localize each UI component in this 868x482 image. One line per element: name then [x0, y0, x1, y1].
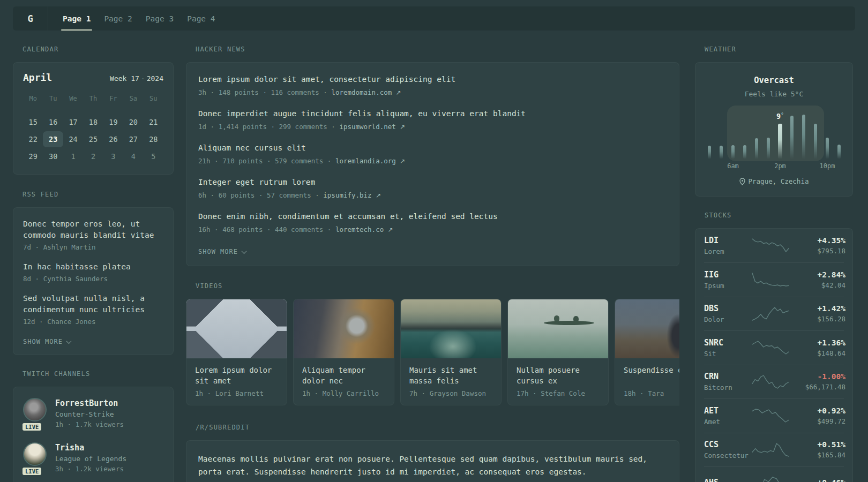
hackernews-item-domain-link[interactable]: loremdomain.com — [331, 88, 392, 96]
weather-widget: Overcast Feels like 5°C 9°6am2pm10pm Pra… — [695, 62, 853, 197]
calendar-day[interactable]: 24 — [63, 131, 83, 147]
rss-show-more-button[interactable]: SHOW MORE — [23, 338, 71, 345]
stock-ticker[interactable]: LDI — [704, 236, 751, 245]
hackernews-item-stats: 1d · 1,414 points · 299 comments · — [198, 123, 335, 131]
video-body: Aliquam tempor dolor nec pharetra… 1h · … — [294, 358, 394, 405]
hackernews-item-meta: 6h · 60 points · 57 comments · ipsumify.… — [198, 191, 667, 199]
video-meta: 1h · Lori Barnett — [195, 389, 278, 397]
twitch-channel-row: LIVE ForrestBurton Counter-Strike 1h · 1… — [23, 398, 163, 428]
hackernews-item-domain-link[interactable]: ipsumworld.net — [339, 123, 395, 131]
video-thumbnail[interactable] — [615, 299, 679, 358]
stock-row: AHS +0.46% — [704, 466, 844, 482]
app-logo-box[interactable]: G — [13, 6, 48, 31]
calendar-day[interactable]: 5 — [144, 148, 163, 164]
weather-bar — [802, 115, 805, 159]
weather-bar — [767, 138, 770, 159]
hackernews-item-domain-link[interactable]: loremlandia.org — [335, 157, 396, 165]
video-thumbnail[interactable] — [186, 299, 287, 358]
tab-page-4[interactable]: Page 4 — [187, 6, 215, 31]
video-thumbnail[interactable] — [294, 299, 394, 358]
stock-ticker[interactable]: AET — [704, 406, 751, 416]
calendar-day[interactable]: 28 — [144, 131, 163, 147]
video-body: Lorem ipsum dolor sit amet consectetu… 1… — [186, 358, 287, 405]
subreddit-heading: /R/SUBREDDIT — [196, 424, 679, 431]
calendar-week: Week 17·2024 — [110, 74, 163, 82]
video-title[interactable]: Mauris sit amet massa felis — [409, 365, 492, 386]
rss-item-title[interactable]: In hac habitasse platea — [23, 261, 163, 273]
calendar-day[interactable]: 3 — [103, 148, 123, 164]
twitch-channel-game: Counter-Strike — [55, 410, 124, 418]
stock-change: +4.35% — [790, 236, 845, 245]
rss-item-title[interactable]: Sed volutpat nulla nisl, a condimentum n… — [23, 293, 163, 315]
twitch-channel-name[interactable]: Trisha — [55, 443, 126, 453]
calendar-day[interactable]: 25 — [83, 131, 103, 147]
tab-page-2[interactable]: Page 2 — [104, 6, 132, 31]
stock-change: +0.92% — [790, 406, 845, 415]
rss-item-title[interactable]: Donec tempor eros leo, ut commodo mauris… — [23, 219, 163, 241]
hackernews-item-domain-link[interactable]: ipsumify.biz — [323, 191, 371, 199]
hackernews-show-more-button[interactable]: SHOW MORE — [198, 248, 246, 255]
video-title[interactable]: Aliquam tempor dolor nec pharetra… — [302, 365, 385, 386]
weather-bar — [755, 138, 758, 159]
stock-values: +2.84% $42.04 — [790, 270, 845, 289]
stock-ticker[interactable]: CCS — [704, 440, 751, 449]
hackernews-item-title[interactable]: Donec imperdiet augue tincidunt felis al… — [198, 109, 667, 119]
calendar-day[interactable]: 15 — [23, 114, 43, 130]
hackernews-item-title[interactable]: Aliquam nec cursus elit — [198, 143, 667, 153]
calendar-day[interactable]: 20 — [123, 114, 143, 130]
stock-ticker[interactable]: SNRC — [704, 338, 751, 348]
external-link-icon: ↗ — [400, 123, 405, 131]
weather-bar — [708, 146, 711, 159]
calendar-day[interactable]: 30 — [43, 148, 63, 164]
hackernews-item-title[interactable]: Lorem ipsum dolor sit amet, consectetur … — [198, 74, 667, 85]
weather-bar — [826, 138, 829, 159]
hackernews-item: Integer eget rutrum lorem 6h · 60 points… — [198, 177, 667, 199]
tab-page-1[interactable]: Page 1 — [63, 6, 91, 31]
stock-ticker[interactable]: IIG — [704, 270, 751, 280]
rss-heading: RSS FEED — [23, 191, 174, 198]
calendar-day[interactable]: 21 — [144, 114, 163, 130]
hackernews-item-title[interactable]: Donec enim nibh, condimentum et accumsan… — [198, 212, 667, 222]
hackernews-item-title[interactable]: Integer eget rutrum lorem — [198, 177, 667, 187]
hackernews-item-meta: 16h · 468 points · 440 comments · loremt… — [198, 225, 667, 234]
weather-bar — [837, 145, 841, 159]
calendar-day[interactable]: 27 — [123, 131, 143, 147]
calendar-day[interactable]: 29 — [23, 148, 43, 164]
twitch-channel-row: LIVE Trisha League of Legends 3h · 1.2k … — [23, 442, 163, 473]
stock-ticker[interactable]: CRN — [704, 372, 751, 381]
video-thumbnail[interactable] — [401, 299, 501, 358]
calendar-day[interactable]: 2 — [83, 148, 103, 164]
twitch-channel-name[interactable]: ForrestBurton — [55, 398, 124, 408]
video-title[interactable]: Nullam posuere cursus ex — [517, 365, 600, 386]
twitch-channel-info: ForrestBurton Counter-Strike 1h · 1.7k v… — [55, 398, 124, 428]
video-title[interactable]: Lorem ipsum dolor sit amet consectetu… — [195, 365, 278, 386]
calendar-header: April Week 17·2024 — [23, 72, 163, 83]
external-link-icon: ↗ — [400, 157, 405, 165]
rss-item-meta: 8d · Cynthia Saunders — [23, 275, 163, 283]
calendar-weekday: Tu — [43, 92, 63, 105]
avatar — [23, 398, 47, 421]
video-thumbnail[interactable] — [508, 299, 608, 358]
calendar-day[interactable]: 1 — [63, 148, 83, 164]
weather-location[interactable]: Prague, Czechia — [739, 177, 809, 185]
video-title[interactable]: Suspendisse diam — [624, 365, 679, 386]
calendar-day[interactable]: 26 — [103, 131, 123, 147]
weather-feels-like: Feels like 5°C — [704, 90, 844, 98]
stock-row: DBS Dolor +1.42% $156.28 — [704, 297, 844, 331]
calendar-day[interactable]: 4 — [123, 148, 143, 164]
hackernews-item-domain-link[interactable]: loremtech.co — [335, 225, 384, 234]
calendar-day[interactable]: 22 — [23, 131, 43, 147]
stock-name: Sit — [704, 350, 751, 358]
stock-ticker[interactable]: AHS — [704, 478, 751, 482]
subreddit-post-title[interactable]: Maecenas mollis pulvinar erat non posuer… — [198, 453, 667, 478]
calendar-day[interactable]: 16 — [43, 114, 63, 130]
calendar-day[interactable]: 19 — [103, 114, 123, 130]
tab-page-3[interactable]: Page 3 — [146, 6, 174, 31]
stock-ticker[interactable]: DBS — [704, 304, 751, 313]
calendar-day[interactable]: 18 — [83, 114, 103, 130]
calendar-month: April — [23, 72, 52, 83]
calendar-day-selected[interactable]: 23 — [43, 131, 63, 147]
twitch-channel-info: Trisha League of Legends 3h · 1.2k viewe… — [55, 442, 126, 473]
calendar-day[interactable]: 17 — [63, 114, 83, 130]
stock-sparkline — [751, 442, 790, 458]
